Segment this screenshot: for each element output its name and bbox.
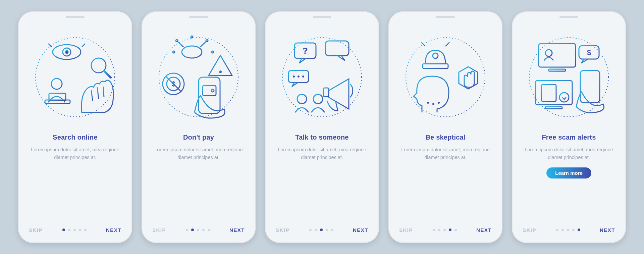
- svg-point-43: [293, 75, 295, 78]
- svg-point-46: [297, 94, 307, 104]
- search-online-illustration: [32, 34, 119, 121]
- next-button[interactable]: NEXT: [600, 227, 615, 233]
- svg-text:?: ?: [303, 46, 308, 56]
- talk-to-someone-illustration: ?: [278, 34, 366, 121]
- screen-title: Talk to someone: [273, 134, 371, 141]
- svg-rect-78: [545, 107, 562, 109]
- indicator-dot: [326, 229, 328, 231]
- next-button[interactable]: NEXT: [476, 227, 492, 233]
- svg-point-58: [432, 103, 434, 105]
- svg-rect-64: [549, 69, 566, 71]
- svg-rect-71: [580, 70, 600, 103]
- skip-button[interactable]: SKIP: [523, 227, 536, 233]
- svg-rect-39: [325, 41, 349, 56]
- svg-point-22: [191, 36, 193, 38]
- svg-line-5: [82, 44, 85, 47]
- svg-point-24: [176, 40, 178, 42]
- warning-icon: [209, 55, 232, 75]
- illustration-container: [396, 27, 494, 128]
- eye-icon: [48, 37, 85, 59]
- two-people-icon: [295, 94, 325, 112]
- hand-phone-lines-icon: [576, 70, 604, 113]
- person-at-laptop-icon: [45, 79, 70, 103]
- indicator-dot: [438, 229, 440, 231]
- indicator-dot: [578, 228, 580, 231]
- monitor-video-icon: [539, 44, 576, 71]
- screen-body-text: Lorem ipsum dolor sit amet, mea regione …: [26, 146, 124, 161]
- hand-mouse-icon: [82, 80, 113, 112]
- screen-body-text: Lorem ipsum dolor sit amet, mea regione …: [520, 146, 618, 161]
- illustration-container: [26, 27, 124, 128]
- svg-line-14: [103, 87, 104, 97]
- skip-button[interactable]: SKIP: [152, 227, 166, 233]
- svg-line-54: [445, 42, 449, 46]
- svg-point-35: [211, 89, 214, 92]
- monitor-download-icon: [535, 81, 572, 109]
- page-indicator: [556, 228, 580, 231]
- indicator-dot: [454, 229, 457, 231]
- screen-title: Be skeptical: [396, 134, 494, 141]
- no-dollar-icon: $: [163, 73, 184, 95]
- svg-point-28: [220, 71, 221, 72]
- skip-button[interactable]: SKIP: [276, 227, 289, 233]
- onboarding-screen-5: $: [512, 11, 626, 243]
- page-indicator: [62, 228, 87, 231]
- next-button[interactable]: NEXT: [229, 227, 245, 233]
- svg-point-44: [298, 75, 300, 78]
- siren-icon: [421, 38, 449, 68]
- svg-line-8: [104, 71, 111, 78]
- svg-point-0: [36, 38, 115, 117]
- illustration-container: $: [520, 27, 618, 128]
- indicator-dot: [62, 228, 65, 231]
- page-indicator: [309, 228, 333, 231]
- indicator-dot: [331, 229, 333, 231]
- screen-body-text: Lorem ipsum dolor sit amet, mea regione …: [396, 146, 494, 161]
- svg-rect-48: [323, 88, 329, 97]
- svg-point-47: [313, 94, 323, 104]
- indicator-dot: [443, 229, 446, 231]
- be-skeptical-illustration: [402, 34, 489, 121]
- page-indicator: [433, 228, 457, 231]
- svg-point-65: [545, 50, 552, 56]
- onboarding-footer: SKIP NEXT: [396, 225, 494, 235]
- svg-line-32: [166, 76, 181, 92]
- indicator-dot: [73, 229, 76, 231]
- onboarding-screen-4: Be skeptical Lorem ipsum dolor sit amet,…: [388, 11, 502, 243]
- svg-rect-50: [423, 64, 448, 68]
- dont-pay-illustration: $: [155, 34, 242, 121]
- screen-body-text: Lorem ipsum dolor sit amet, mea regione …: [273, 146, 371, 161]
- svg-point-18: [173, 51, 175, 53]
- indicator-dot: [186, 229, 188, 231]
- svg-line-12: [91, 90, 93, 101]
- indicator-dot: [79, 229, 81, 231]
- indicator-dot: [572, 229, 575, 231]
- indicator-dot: [202, 229, 205, 231]
- dots-bubble-icon: [288, 70, 309, 87]
- screen-title: Free scam alerts: [520, 134, 618, 141]
- svg-rect-79: [541, 85, 556, 101]
- indicator-dot: [433, 229, 435, 231]
- next-button[interactable]: NEXT: [353, 227, 368, 233]
- onboarding-screen-1: Search online Lorem ipsum dolor sit amet…: [18, 11, 132, 243]
- next-button[interactable]: NEXT: [106, 227, 121, 233]
- skip-button[interactable]: SKIP: [29, 227, 43, 233]
- indicator-dot: [208, 229, 210, 231]
- onboarding-footer: SKIP NEXT: [150, 225, 248, 235]
- circuit-money-icon: [173, 36, 214, 58]
- skip-button[interactable]: SKIP: [399, 227, 413, 233]
- svg-text:$: $: [587, 48, 591, 57]
- onboarding-footer: SKIP NEXT: [26, 225, 124, 235]
- svg-point-20: [212, 51, 214, 53]
- onboarding-screen-2: $ Don't pay Lorem ipsum dolor sit amet, …: [142, 11, 256, 243]
- speech-bubble-icon: [325, 41, 349, 60]
- head-exclaim-icon: [414, 76, 449, 112]
- illustration-container: $: [150, 27, 248, 128]
- free-scam-alerts-illustration: $: [525, 34, 612, 121]
- svg-point-56: [427, 102, 429, 104]
- indicator-dot: [309, 229, 312, 231]
- page-indicator: [186, 228, 210, 231]
- learn-more-button[interactable]: Learn more: [546, 167, 591, 179]
- screen-body-text: Lorem ipsum dolor sit amet, mea regione …: [150, 146, 248, 161]
- megaphone-icon: [323, 79, 353, 111]
- illustration-container: ?: [273, 27, 371, 128]
